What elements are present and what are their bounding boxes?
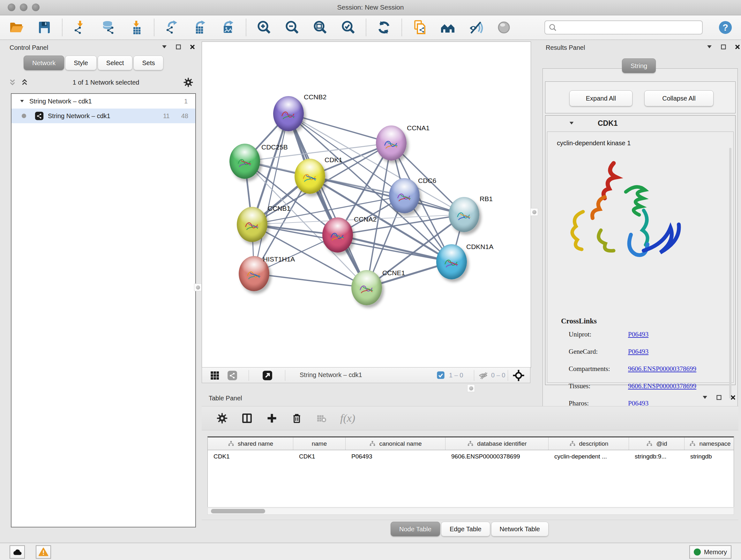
graph-node-cdc6[interactable] — [389, 178, 420, 213]
crosslink-value-link[interactable]: P06493 — [628, 348, 649, 359]
collection-expand-icon[interactable] — [19, 98, 25, 104]
column-header-id[interactable]: @id — [629, 437, 684, 450]
memory-status-dot — [694, 549, 701, 556]
delete-column-icon[interactable] — [291, 413, 302, 424]
open-in-window-icon[interactable] — [262, 370, 273, 381]
column-header-name[interactable]: name — [293, 437, 346, 450]
table-row[interactable]: CDK1CDK1P064939606.ENSP00000378699cyclin… — [208, 450, 734, 463]
network-edges[interactable] — [202, 42, 531, 368]
zoom-out-icon[interactable] — [284, 19, 300, 36]
crosslink-label: Tissues: — [569, 382, 628, 393]
results-scrollbar[interactable] — [729, 148, 731, 398]
search-box[interactable] — [544, 20, 703, 35]
crosslinks-title: CrossLinks — [561, 317, 597, 325]
add-column-icon[interactable] — [266, 413, 278, 424]
import-network-icon[interactable] — [72, 19, 88, 36]
panel-close-icon[interactable] — [730, 394, 737, 401]
tab-sets[interactable]: Sets — [133, 56, 163, 70]
panel-menu-icon[interactable] — [706, 44, 713, 51]
memory-button[interactable]: Memory — [689, 545, 731, 559]
graph-node-ccna1[interactable] — [376, 125, 407, 161]
panel-close-icon[interactable] — [189, 44, 196, 51]
zoom-selected-icon[interactable] — [340, 19, 356, 36]
tab-network-table[interactable]: Network Table — [491, 522, 549, 537]
panel-menu-icon[interactable] — [161, 44, 168, 51]
export-network-icon[interactable] — [164, 19, 180, 36]
splitter-handle-bottom[interactable] — [467, 384, 475, 392]
import-network-database-icon[interactable] — [100, 19, 116, 36]
hidden-eye-icon[interactable] — [478, 371, 488, 380]
collapse-all-button[interactable]: Collapse All — [644, 90, 714, 106]
graph-node-label-cdkn1a: CDKN1A — [466, 243, 493, 251]
network-options-gear-icon[interactable] — [183, 77, 193, 87]
panel-float-icon[interactable] — [716, 394, 723, 401]
column-header-description[interactable]: description — [549, 437, 629, 450]
column-header-sharedname[interactable]: shared name — [208, 437, 293, 450]
graph-node-cdk1[interactable] — [294, 159, 325, 194]
export-image-icon[interactable] — [220, 19, 236, 36]
table-options-gear-icon[interactable] — [216, 413, 228, 424]
tab-style[interactable]: Style — [65, 56, 96, 70]
results-panel-body: Expand All Collapse All CDK1 cyclin-depe… — [542, 68, 738, 430]
collapse-all-networks-icon[interactable] — [8, 78, 17, 86]
graph-node-label-rb1: RB1 — [480, 195, 493, 203]
panel-close-icon[interactable] — [734, 44, 741, 51]
expand-all-button[interactable]: Expand All — [569, 90, 632, 106]
warnings-button[interactable] — [36, 545, 51, 559]
network-canvas[interactable]: CCNB2 CCNA1 CDC25B CDK1 CDC6 RB1 CCNB1 C… — [202, 42, 531, 368]
graph-node-cdkn1a[interactable] — [436, 244, 467, 279]
panel-float-icon[interactable] — [720, 44, 727, 51]
graph-node-rb1[interactable] — [449, 197, 479, 232]
gene-collapse-icon[interactable] — [568, 120, 575, 126]
hide-panels-icon[interactable] — [468, 19, 484, 36]
panel-menu-icon[interactable] — [701, 394, 709, 401]
splitter-handle-right[interactable] — [530, 208, 538, 216]
zoom-in-icon[interactable] — [256, 19, 272, 36]
network-row-selected[interactable]: String Network – cdk1 11 48 — [11, 109, 195, 123]
refresh-view-icon[interactable] — [376, 19, 392, 36]
share-document-icon[interactable] — [412, 19, 428, 36]
graph-node-ccnb1[interactable] — [237, 207, 267, 242]
tab-node-table[interactable]: Node Table — [391, 522, 440, 537]
open-session-icon[interactable] — [8, 19, 24, 36]
tab-string[interactable]: String — [622, 58, 656, 73]
tab-select[interactable]: Select — [98, 56, 133, 70]
column-label: namespace — [699, 440, 731, 447]
export-table-icon[interactable] — [192, 19, 208, 36]
crosslink-value-link[interactable]: 9606.ENSP00000378699 — [628, 365, 696, 376]
selected-checkbox-icon[interactable] — [436, 371, 445, 380]
search-input[interactable] — [557, 21, 699, 34]
splitter-handle-left[interactable] — [194, 284, 202, 291]
network-collection-row[interactable]: String Network – cdk1 1 — [11, 94, 195, 109]
zoom-fit-icon[interactable] — [312, 19, 328, 36]
network-edge-count: 48 — [181, 112, 188, 120]
graph-node-ccne1[interactable] — [351, 270, 382, 305]
tab-network[interactable]: Network — [23, 56, 64, 70]
show-columns-icon[interactable] — [241, 413, 253, 424]
crosslink-value-link[interactable]: 9606.ENSP00000378699 — [628, 382, 696, 393]
graph-node-cdc25b[interactable] — [229, 144, 260, 179]
help-button[interactable]: ? — [718, 20, 733, 35]
graph-node-label-hist1h1a: HIST1H1A — [263, 255, 295, 263]
scrollbar-thumb[interactable] — [211, 509, 265, 513]
column-header-canonicalname[interactable]: canonical name — [346, 437, 446, 450]
column-header-databaseidentifier[interactable]: database identifier — [446, 437, 549, 450]
string-home-icon[interactable] — [440, 19, 456, 36]
selected-node-edge-counts: 1 – 0 — [449, 372, 463, 379]
fit-content-crosshair-icon[interactable] — [512, 369, 525, 382]
graph-node-ccnb2[interactable] — [273, 96, 304, 131]
panel-float-icon[interactable] — [175, 44, 182, 51]
expand-all-networks-icon[interactable] — [20, 78, 29, 86]
presentation-eye-icon[interactable] — [496, 19, 512, 36]
import-table-icon[interactable] — [128, 19, 144, 36]
birds-eye-view-icon[interactable] — [210, 370, 220, 381]
window-title: Session: New Session — [0, 3, 741, 11]
graph-node-ccna2[interactable] — [322, 217, 353, 253]
save-session-icon[interactable] — [37, 19, 52, 36]
tab-edge-table[interactable]: Edge Table — [441, 522, 490, 537]
status-bar: Memory — [0, 543, 741, 560]
crosslink-value-link[interactable]: P06493 — [628, 330, 649, 341]
main-toolbar: ? — [0, 15, 741, 40]
column-header-namespace[interactable]: namespace — [684, 437, 734, 450]
cloud-status-button[interactable] — [10, 545, 25, 559]
